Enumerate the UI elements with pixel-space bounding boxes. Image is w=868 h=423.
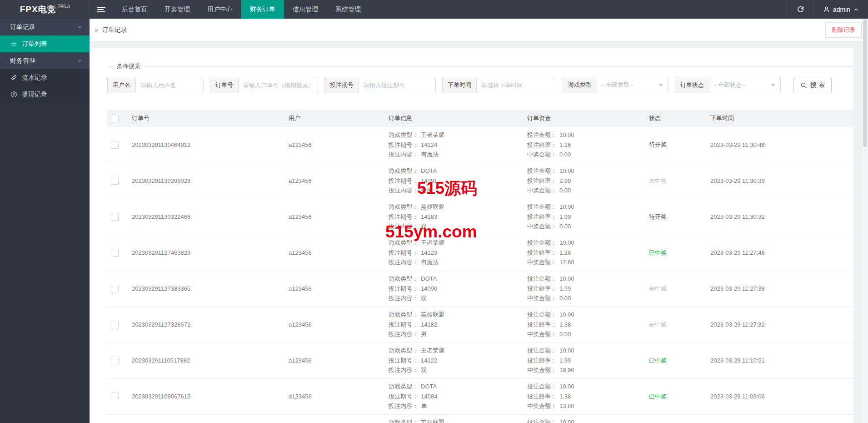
order-no: 202303291130322466 <box>130 199 287 235</box>
order-time: 2023-03-29 11:30:39 <box>708 163 853 199</box>
user: a123456 <box>287 163 387 199</box>
svg-text:$: $ <box>13 92 15 96</box>
row-checkbox[interactable] <box>111 285 119 292</box>
row-checkbox[interactable] <box>111 321 119 328</box>
sidebar: 订单记录 ☆ 订单列表 财务管理 流水记录 $ 提现记录 <box>0 19 90 423</box>
search-field-ordertime: 下单时间 <box>442 77 556 93</box>
order-fund-cell: 投注金额：10.00 投注赔率：2.99 中奖金额：0.00 <box>525 163 647 199</box>
order-info-cell: 游戏类型：DOTA 投注期号：14084 投注内容：单 <box>387 378 525 414</box>
search-icon <box>800 82 807 89</box>
table-header-row: 订单号 用户 订单信息 订单资金 状态 下单时间 <box>107 110 853 127</box>
chevron-down-icon <box>77 58 83 64</box>
col-header-time: 下单时间 <box>708 110 853 127</box>
top-navbar: FPX电竞TP5.3 后台首页 开奖管理 用户中心 财务订单 信息管理 系统管理… <box>0 0 868 19</box>
order-time: 2023-03-29 11:27:38 <box>708 271 853 307</box>
user-menu[interactable]: admin <box>814 0 868 19</box>
row-checkbox[interactable] <box>111 141 119 149</box>
row-checkbox[interactable] <box>111 213 119 221</box>
nav-item-lottery[interactable]: 开奖管理 <box>156 0 199 19</box>
order-time: 2023-03-29 11:27:46 <box>708 235 853 271</box>
sidebar-group-label: 订单记录 <box>10 23 77 31</box>
chevron-down-icon <box>77 24 83 30</box>
breadcrumb-arrow-icon: » <box>95 26 99 34</box>
sidebar-item-label: 流水记录 <box>22 74 47 82</box>
sidebar-group-finance[interactable]: 财务管理 <box>0 52 90 69</box>
row-checkbox[interactable] <box>111 177 119 185</box>
order-no: 202303291127326572 <box>130 307 287 342</box>
nav-item-dashboard[interactable]: 后台首页 <box>113 0 156 19</box>
table-row: 游戏类型：英雄联盟 投注期号： 投注内容： 投注金额：10.00 投注赔率： 中… <box>107 414 853 423</box>
search-button[interactable]: 搜 索 <box>793 77 832 93</box>
user-icon <box>823 6 830 13</box>
order-info-cell: 游戏类型：DOTA 投注期号：14090 投注内容：双 <box>387 271 525 307</box>
sidebar-item-flow-records[interactable]: 流水记录 <box>0 69 90 86</box>
table-row: 202303291127463829 a123456 游戏类型：王者荣耀 投注期… <box>107 235 853 271</box>
status-badge: 已中奖 <box>649 393 667 400</box>
user: a123456 <box>287 199 387 235</box>
order-fund-cell: 投注金额：10.00 投注赔率：1.99 中奖金额：0.00 <box>525 271 647 307</box>
table-row: 202303291127326572 a123456 游戏类型：英雄联盟 投注期… <box>107 307 853 342</box>
order-time: 2023-03-29 11:27:32 <box>708 307 853 342</box>
bet-issue-input[interactable] <box>359 77 436 93</box>
row-checkbox[interactable] <box>111 249 119 257</box>
col-header-status: 状态 <box>647 110 708 127</box>
username: admin <box>833 6 850 13</box>
search-button-label: 搜 索 <box>810 81 825 89</box>
order-no: 202303291130464912 <box>130 127 287 163</box>
nav-item-info[interactable]: 信息管理 <box>284 0 327 19</box>
main-content: » 订单记录 删除记录 条件搜索 用户名 订单号 投注期号 <box>90 19 868 423</box>
row-checkbox[interactable] <box>111 357 119 364</box>
table-row: 202303291127383365 a123456 游戏类型：DOTA 投注期… <box>107 271 853 307</box>
field-label: 用户名 <box>107 77 135 93</box>
sidebar-item-withdraw-records[interactable]: $ 提现记录 <box>0 86 90 103</box>
nav-item-users[interactable]: 用户中心 <box>199 0 241 19</box>
sidebar-item-order-list[interactable]: ☆ 订单列表 <box>0 35 90 52</box>
order-info-cell: 游戏类型：英雄联盟 投注期号： 投注内容： <box>387 414 525 423</box>
chevron-up-icon <box>853 7 859 12</box>
user: a123456 <box>287 307 387 342</box>
select-all-checkbox[interactable] <box>111 115 119 122</box>
user: a123456 <box>287 127 387 163</box>
order-info-cell: 游戏类型：王者荣耀 投注期号：14122 投注内容：双 <box>387 342 525 378</box>
order-status-select[interactable]: - 全部状态 - <box>709 77 781 93</box>
scrollbar-thumb[interactable] <box>863 20 867 147</box>
refresh-button[interactable] <box>788 0 813 19</box>
table-row: 202303291130398028 a123456 游戏类型：DOTA 投注期… <box>107 163 853 199</box>
menu-toggle-button[interactable] <box>90 0 113 19</box>
sidebar-group-order-records[interactable]: 订单记录 <box>0 19 90 35</box>
order-time: 2023-03-29 11:09:06 <box>708 378 853 414</box>
col-header-user: 用户 <box>287 110 387 127</box>
nav-item-finance-orders[interactable]: 财务订单 <box>241 0 284 19</box>
order-no <box>130 414 287 423</box>
field-label: 订单状态 <box>675 77 709 93</box>
username-input[interactable] <box>135 77 204 93</box>
chevron-down-icon <box>658 84 663 86</box>
order-no-input[interactable] <box>238 77 318 93</box>
order-no: 202303291109067615 <box>130 378 287 414</box>
row-checkbox[interactable] <box>111 393 119 400</box>
sidebar-group-label: 财务管理 <box>10 57 77 65</box>
order-fund-cell: 投注金额：10.00 投注赔率：1.99 中奖金额：19.90 <box>525 342 647 378</box>
order-fund-cell: 投注金额：10.00 投注赔率： 中奖金额： <box>525 414 647 423</box>
nav-item-system[interactable]: 系统管理 <box>327 0 369 19</box>
field-label: 下单时间 <box>442 77 476 93</box>
order-time: 2023-03-29 11:10:51 <box>708 342 853 378</box>
scrollbar[interactable] <box>862 19 868 423</box>
field-label: 投注期号 <box>324 77 359 93</box>
order-time-input[interactable] <box>476 77 556 93</box>
order-no: 202303291110517882 <box>130 342 287 378</box>
order-no: 202303291130398028 <box>130 163 287 199</box>
field-label: 游戏类型 <box>563 77 597 93</box>
search-field-issue: 投注期号 <box>324 77 436 93</box>
user <box>287 414 387 423</box>
status-badge: 未中奖 <box>649 285 667 292</box>
table-row: 202303291110517882 a123456 游戏类型：王者荣耀 投注期… <box>107 342 853 378</box>
game-type-select[interactable]: - 全部类型 - <box>597 77 668 93</box>
order-fund-cell: 投注金额：10.00 投注赔率：1.38 中奖金额：0.00 <box>525 307 647 342</box>
content-gap <box>90 41 868 48</box>
status-badge: 未中奖 <box>649 177 667 184</box>
hamburger-icon <box>97 6 105 13</box>
search-fieldset: 条件搜索 用户名 订单号 投注期号 下单时间 <box>107 62 853 93</box>
sidebar-item-label: 提现记录 <box>22 91 47 99</box>
delete-records-button[interactable]: 删除记录 <box>825 22 862 38</box>
